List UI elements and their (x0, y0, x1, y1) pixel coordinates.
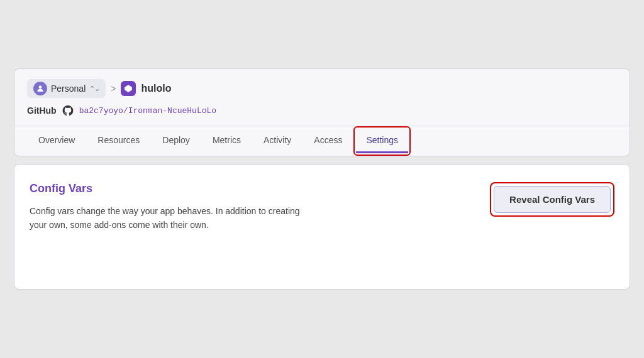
tab-activity[interactable]: Activity (252, 127, 303, 155)
tab-metrics[interactable]: Metrics (201, 127, 252, 155)
main-container: Personal ⌃⌄ > hulolo GitHub ba2c7yoyo/Ir… (14, 68, 630, 290)
top-card: Personal ⌃⌄ > hulolo GitHub ba2c7yoyo/Ir… (14, 68, 630, 156)
avatar-icon (33, 82, 47, 95)
app-name: hulolo (141, 83, 171, 94)
reveal-btn-highlight: Reveal Config Vars (490, 182, 614, 217)
breadcrumb: Personal ⌃⌄ > hulolo (27, 79, 617, 98)
personal-badge[interactable]: Personal ⌃⌄ (27, 79, 106, 98)
config-vars-description: Config vars change the way your app beha… (30, 204, 319, 232)
github-logo-icon (62, 104, 74, 117)
config-vars-info: Config Vars Config vars change the way y… (30, 182, 319, 232)
github-row: GitHub ba2c7yoyo/Ironman-NcueHuLoLo (27, 104, 617, 117)
app-icon (121, 81, 136, 96)
github-label: GitHub (27, 106, 57, 116)
tab-overview[interactable]: Overview (27, 127, 86, 155)
personal-label: Personal (51, 84, 86, 94)
svg-marker-1 (125, 85, 132, 92)
tab-settings[interactable]: Settings (356, 129, 408, 153)
reveal-config-vars-button[interactable]: Reveal Config Vars (494, 186, 611, 213)
config-vars-title: Config Vars (30, 182, 319, 195)
tab-resources[interactable]: Resources (86, 127, 151, 155)
breadcrumb-arrow: > (111, 84, 116, 94)
tab-access[interactable]: Access (303, 127, 353, 155)
tab-deploy[interactable]: Deploy (151, 127, 201, 155)
chevron-updown-icon: ⌃⌄ (89, 85, 99, 93)
bottom-card: Config Vars Config vars change the way y… (14, 164, 630, 290)
nav-tabs: Overview Resources Deploy Metrics Activi… (14, 126, 630, 156)
svg-point-0 (39, 85, 42, 89)
github-repo-link[interactable]: ba2c7yoyo/Ironman-NcueHuLoLo (79, 106, 216, 116)
config-section: Config Vars Config vars change the way y… (30, 182, 614, 232)
settings-tab-highlight: Settings (353, 126, 411, 156)
